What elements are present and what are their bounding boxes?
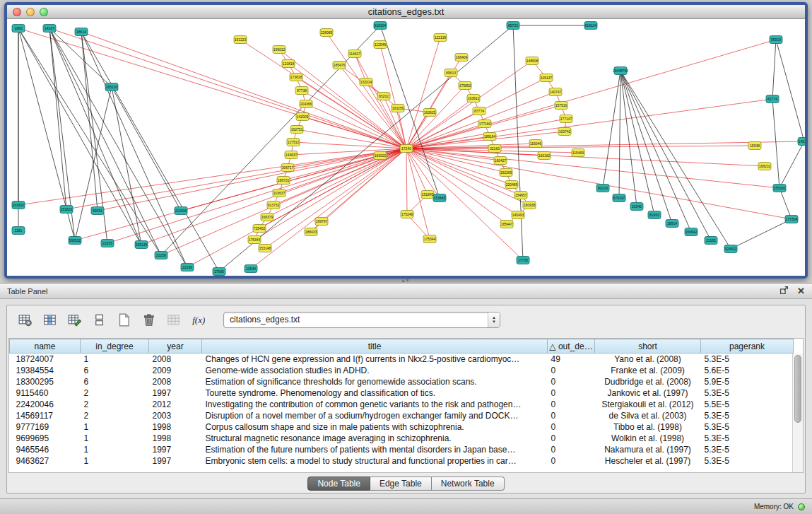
graph-edge[interactable] xyxy=(406,148,407,214)
table-cell[interactable]: de Silva et al. (2003) xyxy=(595,410,701,421)
graph-node[interactable]: 122139 xyxy=(434,34,447,42)
graph-node[interactable]: 144637 xyxy=(285,151,298,159)
table-cell[interactable]: Corpus callosum shape and size in male p… xyxy=(202,421,548,433)
graph-node[interactable]: 590532 xyxy=(69,237,81,245)
graph-node[interactable]: 180938 xyxy=(523,201,536,209)
graph-node[interactable]: 21935 xyxy=(101,240,114,247)
graph-node[interactable]: 160427 xyxy=(494,157,507,165)
zoom-window-button[interactable] xyxy=(40,8,48,16)
graph-node[interactable]: 188433 xyxy=(305,228,317,236)
table-row[interactable]: 1456911722003Disruption of a novel membe… xyxy=(10,410,794,421)
graph-node[interactable]: 145493 xyxy=(512,211,524,219)
graph-edge[interactable] xyxy=(406,146,755,148)
graph-node[interactable]: 175344 xyxy=(423,235,436,243)
table-cell[interactable]: 14569117 xyxy=(10,410,81,421)
graph-node[interactable]: 169642 xyxy=(685,228,698,236)
minimize-window-button[interactable] xyxy=(26,8,35,16)
graph-edge[interactable] xyxy=(406,99,772,148)
graph-node[interactable]: 121818 xyxy=(282,60,295,68)
table-row[interactable]: 911546021997Tourette syndrome. Phenomeno… xyxy=(10,387,794,399)
graph-node[interactable]: 162751 xyxy=(290,126,303,134)
tab-node-table[interactable]: Node Table xyxy=(307,477,370,491)
table-cell[interactable]: Tibbo et al. (1998) xyxy=(595,421,701,433)
graph-node[interactable]: 17735 xyxy=(517,257,529,264)
table-cell[interactable]: 5.3E-5 xyxy=(701,455,794,467)
graph-edge[interactable] xyxy=(49,28,112,87)
graph-node[interactable]: 1883 xyxy=(12,25,25,33)
graph-node[interactable]: 145183 xyxy=(798,138,805,146)
table-cell[interactable]: 1998 xyxy=(149,421,202,433)
close-window-button[interactable] xyxy=(13,8,21,16)
graph-node[interactable]: 21258 xyxy=(155,252,167,259)
edit-table-icon[interactable] xyxy=(65,310,83,329)
table-row[interactable]: 1938455462009Genome-wide association stu… xyxy=(10,365,794,376)
table-cell[interactable]: 0 xyxy=(548,455,595,467)
graph-node[interactable]: 924502 xyxy=(724,245,737,253)
graph-node[interactable]: 59051 xyxy=(91,207,104,215)
table-cell[interactable]: Estimation of significance thresholds fo… xyxy=(202,376,548,387)
graph-node[interactable]: 176344 xyxy=(248,236,261,244)
graph-edge[interactable] xyxy=(779,141,804,188)
graph-node[interactable]: 97738 xyxy=(295,87,308,95)
table-cell[interactable]: 49 xyxy=(548,354,595,365)
table-cell[interactable]: 9115460 xyxy=(10,387,81,399)
graph-node[interactable]: 142005 xyxy=(296,113,309,121)
table-cell[interactable]: 9463627 xyxy=(10,455,81,467)
graph-node[interactable]: 154957 xyxy=(514,192,527,199)
graph-node[interactable]: 201810 xyxy=(12,201,25,209)
table-cell[interactable]: 1998 xyxy=(149,433,202,444)
table-cell[interactable]: 0 xyxy=(548,421,595,433)
graph-node[interactable]: 103637 xyxy=(273,189,286,197)
table-cell[interactable]: 0 xyxy=(548,444,595,455)
graph-node[interactable]: 132014 xyxy=(360,78,372,86)
graph-node[interactable]: 679197 xyxy=(613,194,625,202)
graph-node[interactable]: 173818 xyxy=(290,74,302,81)
graph-node[interactable]: 83202 xyxy=(377,93,390,100)
table-cell[interactable]: Wolkin et al. (1998) xyxy=(595,433,701,444)
graph-edge[interactable] xyxy=(406,148,779,188)
graph-node[interactable]: 725402 xyxy=(253,225,266,233)
table-cell[interactable]: 6 xyxy=(81,376,149,387)
table-settings-icon[interactable] xyxy=(16,310,34,329)
graph-edge[interactable] xyxy=(406,37,440,148)
graph-edge[interactable] xyxy=(406,61,532,148)
graph-node[interactable]: 205135 xyxy=(135,241,148,249)
graph-edge[interactable] xyxy=(620,71,711,240)
new-table-icon[interactable] xyxy=(114,310,133,329)
table-cell[interactable]: Estimation of the future numbers of pati… xyxy=(202,444,548,455)
graph-node[interactable]: 18914 xyxy=(666,220,678,228)
table-cell[interactable]: 0 xyxy=(548,365,595,376)
graph-node[interactable]: 818304 xyxy=(374,22,387,30)
graph-node[interactable]: 148508 xyxy=(526,57,539,65)
graph-edge[interactable] xyxy=(296,77,406,148)
table-cell[interactable]: 6 xyxy=(81,365,149,376)
graph-node[interactable]: 166409 xyxy=(455,54,468,62)
table-cell[interactable]: 5.6E-5 xyxy=(701,365,794,376)
table-cell[interactable]: Franke et al. (2009) xyxy=(595,365,701,376)
table-cell[interactable]: 0 xyxy=(548,433,595,444)
graph-edge[interactable] xyxy=(620,71,672,223)
graph-node[interactable]: 87774 xyxy=(473,107,486,115)
column-header-5[interactable]: short xyxy=(595,339,701,354)
table-cell[interactable]: Genome-wide association studies in ADHD. xyxy=(202,365,548,376)
table-cell[interactable]: Embryonic stem cells: a model to study s… xyxy=(202,455,548,467)
graph-node[interactable]: 112549 xyxy=(374,41,387,49)
graph-node[interactable]: 168232 xyxy=(758,163,771,170)
table-cell[interactable]: 22420046 xyxy=(10,399,81,410)
graph-node[interactable]: 185476 xyxy=(333,62,346,69)
table-cell[interactable]: 2008 xyxy=(149,376,202,387)
graph-node[interactable]: 186731 xyxy=(277,177,290,185)
table-row[interactable]: 1830029562008Estimation of significance … xyxy=(10,376,794,387)
column-header-0[interactable]: name xyxy=(10,339,81,354)
table-row[interactable]: 969969511998Structural magnetic resonanc… xyxy=(10,433,794,444)
table-cell[interactable]: 1 xyxy=(81,444,149,455)
graph-node[interactable]: 21942 xyxy=(630,203,643,211)
table-cell[interactable]: 2 xyxy=(81,410,149,421)
graph-node[interactable]: 21165 xyxy=(705,237,717,245)
graph-node[interactable]: 913732 xyxy=(267,201,280,209)
graph-edge[interactable] xyxy=(620,71,654,215)
graph-node[interactable]: 160162 xyxy=(538,152,551,160)
table-cell[interactable]: 19384554 xyxy=(10,365,81,376)
table-cell[interactable]: 5.3E-5 xyxy=(701,444,794,455)
graph-node[interactable]: 199797 xyxy=(315,218,328,226)
